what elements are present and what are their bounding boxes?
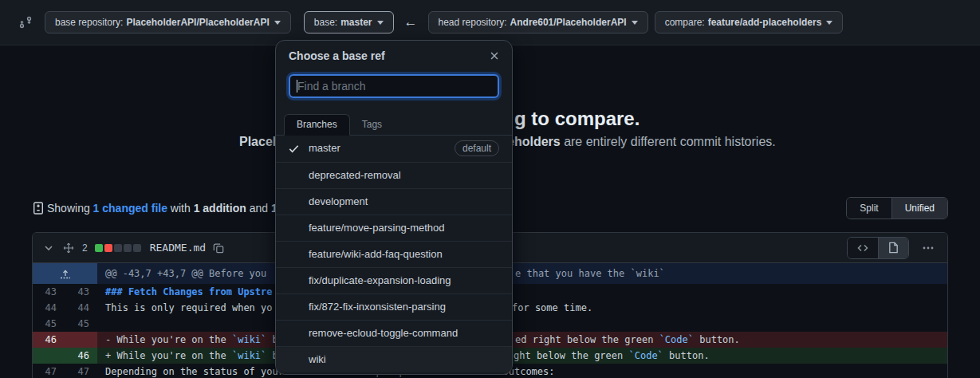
code-line-right-fragment: for some time. xyxy=(512,300,592,316)
rich-diff-button[interactable] xyxy=(878,238,908,258)
code-line-right-fragment: ed right below the green `Code` button. xyxy=(515,332,740,348)
old-line-number[interactable]: 45 xyxy=(33,316,65,332)
code-text: button. xyxy=(694,334,740,345)
caret-down-icon xyxy=(632,21,638,25)
tab-branches[interactable]: Branches xyxy=(284,114,350,136)
head-repository-label: head repository: xyxy=(439,17,507,28)
diff-display-toggle xyxy=(847,237,909,259)
file-diff-icon xyxy=(32,176,45,240)
branch-list: masterdefaultdeprecated-removaldevelopme… xyxy=(276,136,512,372)
branch-name: feature/move-parsing-method xyxy=(309,222,445,234)
branch-item-feature/move-parsing-method[interactable]: feature/move-parsing-method xyxy=(276,215,512,241)
move-drag-icon[interactable] xyxy=(62,242,75,254)
code-line: + While you're on the `wiki` brght below… xyxy=(97,348,947,364)
unified-view-button[interactable]: Unified xyxy=(891,198,947,219)
base-ref-dropdown-panel: Choose a base ref Branches Tags masterde… xyxy=(275,40,513,375)
dropdown-title: Choose a base ref xyxy=(289,49,483,62)
ref-type-tabs: Branches Tags xyxy=(276,109,512,136)
branch-name: master xyxy=(309,142,340,154)
diffstat-square-deleted xyxy=(104,244,112,252)
summary-and: and xyxy=(246,202,271,215)
collapse-file-chevron-icon[interactable] xyxy=(42,242,55,254)
additions-count: 1 addition xyxy=(194,202,246,215)
arrow-left-icon: ← xyxy=(404,14,418,30)
branch-item-remove-ecloud-toggle-command[interactable]: remove-ecloud-toggle-command xyxy=(276,320,512,346)
branch-item-fix/872-fix-inxonsisten-parsing[interactable]: fix/872-fix-inxonsisten-parsing xyxy=(276,293,512,320)
diff-view-toggle: Split Unified xyxy=(846,197,948,219)
compare-subtitle-rest: are entirely different commit histories. xyxy=(561,135,776,148)
inline-code: `wiki` xyxy=(232,350,266,361)
code-text: This is only required when yo xyxy=(105,302,273,313)
old-line-number[interactable]: 43 xyxy=(33,284,65,300)
compare-branch-dropdown-button[interactable]: compare:feature/add-placeholders xyxy=(655,11,844,33)
file-header-actions xyxy=(847,237,941,259)
nothing-to-compare-heading-fragment: g to compare. xyxy=(514,108,640,130)
check-icon xyxy=(288,143,300,155)
code-text: button. xyxy=(663,350,710,361)
summary-prefix: Showing xyxy=(47,202,93,215)
code-text: ed right below the green xyxy=(515,334,659,345)
head-repository-value: Andre601/PlaceholderAPI xyxy=(510,17,627,28)
diffstat-square-added xyxy=(95,244,103,252)
diffstat-square-neutral xyxy=(124,244,132,252)
git-compare-icon xyxy=(19,16,32,29)
new-line-number[interactable]: 44 xyxy=(65,300,97,316)
file-changes-count: 2 xyxy=(82,242,88,254)
default-badge: default xyxy=(455,140,499,156)
code-text: - While you're on the xyxy=(105,334,232,345)
old-line-number[interactable]: 47 xyxy=(33,364,65,378)
branch-item-development[interactable]: development xyxy=(276,188,512,215)
new-line-number[interactable]: 45 xyxy=(65,316,97,332)
changed-files-link[interactable]: 1 changed file xyxy=(93,202,167,215)
compare-subtitle-repo-fragment: eholders xyxy=(507,135,561,148)
code-line: @@ -43,7 +43,7 @@ Before you e that you … xyxy=(97,263,947,284)
base-repository-dropdown-button[interactable]: base repository:PlaceholderAPI/Placehold… xyxy=(45,11,291,33)
source-view-button[interactable] xyxy=(848,238,878,258)
code-text: e that you have the xyxy=(515,268,631,279)
branch-name: deprecated-removal xyxy=(309,169,401,181)
code-line: - While you're on the `wiki` bred right … xyxy=(97,332,947,348)
copy-path-icon[interactable] xyxy=(213,242,224,254)
old-line-number[interactable] xyxy=(33,348,65,364)
branch-item-feature/wiki-add-faq-question[interactable]: feature/wiki-add-faq-question xyxy=(276,241,512,267)
new-line-number[interactable]: 43 xyxy=(65,284,97,300)
head-repository-dropdown-button[interactable]: head repository:Andre601/PlaceholderAPI xyxy=(428,11,648,33)
branch-item-master[interactable]: masterdefault xyxy=(276,136,512,162)
find-branch-input[interactable] xyxy=(289,74,499,98)
close-icon[interactable] xyxy=(483,45,506,67)
file-name[interactable]: README.md xyxy=(150,242,206,254)
old-line-number[interactable]: 46 xyxy=(33,332,65,348)
file-icon xyxy=(888,242,899,254)
branch-name: fix/duplicate-expansion-loading xyxy=(309,274,451,286)
diffstat-square-neutral xyxy=(114,244,122,252)
caret-down-icon xyxy=(377,21,384,25)
branch-name: wiki xyxy=(309,353,326,365)
tab-tags[interactable]: Tags xyxy=(350,115,394,135)
code-line: This is only required when yofor some ti… xyxy=(97,300,947,316)
new-line-number[interactable] xyxy=(65,332,97,348)
code-line-right-fragment: ght below the green `Code` button. xyxy=(514,348,710,364)
new-line-number[interactable]: 47 xyxy=(65,364,97,378)
branch-item-fix/duplicate-expansion-loading[interactable]: fix/duplicate-expansion-loading xyxy=(276,267,512,293)
split-view-button[interactable]: Split xyxy=(847,198,891,219)
base-repository-label: base repository: xyxy=(55,17,123,28)
caret-down-icon xyxy=(826,21,832,25)
kebab-menu-button[interactable] xyxy=(915,242,941,254)
base-repository-value: PlaceholderAPI/PlaceholderAPI xyxy=(126,17,269,28)
branch-item-wiki[interactable]: wiki xyxy=(276,346,512,372)
old-line-number[interactable]: 44 xyxy=(33,300,65,316)
compare-subtitle-right-fragment: eholders are entirely different commit h… xyxy=(507,135,776,149)
branch-item-deprecated-removal[interactable]: deprecated-removal xyxy=(276,162,512,188)
new-line-number[interactable]: 46 xyxy=(65,348,97,364)
base-branch-dropdown-button[interactable]: base:master xyxy=(304,11,394,33)
code-text: ### Fetch Changes from Upstre xyxy=(105,286,273,297)
summary-with: with xyxy=(167,202,194,215)
inline-code: `Code` xyxy=(659,334,694,345)
code-text: ght below the green xyxy=(514,350,629,361)
compare-subtitle-left-fragment: Placeh xyxy=(239,135,281,149)
compare-value: feature/add-placeholders xyxy=(708,17,822,28)
inline-code: `Code` xyxy=(629,350,663,361)
expand-up-icon[interactable] xyxy=(33,263,97,284)
code-text: + While you're on the xyxy=(105,350,232,361)
diffstat-square-neutral xyxy=(133,244,141,252)
